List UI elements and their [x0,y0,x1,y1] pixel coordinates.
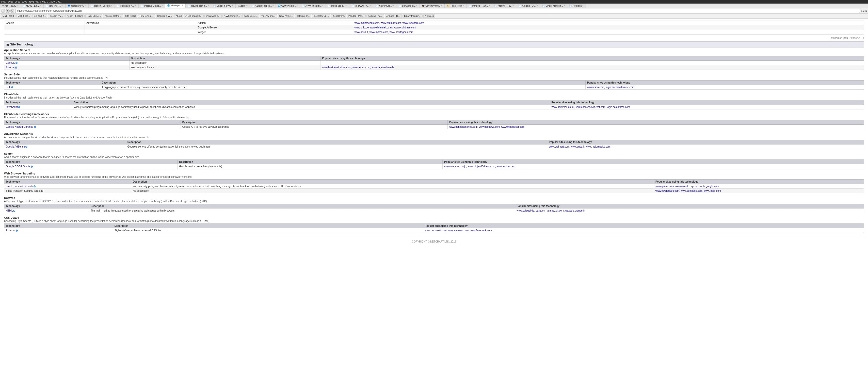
tab-mail[interactable]: ✉Mail - aa98 × [0,4,20,8]
technology-link[interactable]: Apache [6,66,14,69]
tab-arduino1[interactable]: 📄Arduino - Fa... × [492,4,517,8]
bookmark-item[interactable]: IoC-Th3-T... [32,14,48,18]
external-link-icon[interactable]: ↗ [15,66,17,68]
tab-close-icon[interactable]: × [111,5,113,7]
external-link-icon[interactable]: ↗ [16,229,18,232]
bookmark-item[interactable]: Ticket Form [331,14,346,18]
tab-netblock[interactable]: 📄Netblock × [567,4,586,8]
tab-coventry[interactable]: 🎓Coventry Uni... × [420,4,445,8]
back-button[interactable]: ‹ [1,9,5,13]
tab-checkifw[interactable]: 📄Check if a W... × [211,4,236,8]
tab-hack[interactable]: 📄Hack Like A... × [115,4,138,8]
popular-sites-link[interactable]: www.microsoft.com, www.amazon.com, www.f… [425,229,492,232]
technology-link[interactable]: HTML [6,209,13,212]
tab-howtotest[interactable]: 📄How to Test a... × [186,4,211,8]
tab-close-icon[interactable]: × [162,5,163,7]
popular-sites-link[interactable]: www.espn.com, login.microsoftonline.com [587,86,634,89]
bookmark-item[interactable]: Mail - aa98 [1,14,16,18]
tab-close-icon[interactable]: × [370,5,371,7]
bookmark-item[interactable]: About [174,14,183,18]
external-link-icon[interactable]: ↗ [31,165,33,167]
popular-sites-link[interactable]: www.atmarket.co.jp, www.ninja400riders.c… [444,165,514,168]
bookmark-item[interactable]: How to Test... [138,14,155,18]
bookmark-item[interactable]: www [web b... [205,14,222,18]
tab-binary[interactable]: 📄Binary Manglin... × [540,4,567,8]
bookmark-item[interactable]: MD03-Eth... [16,14,31,18]
tab-about[interactable]: ℹAbout × [236,4,249,8]
technology-link[interactable]: JavaScript [6,105,18,109]
external-link-icon[interactable]: ↗ [18,106,20,108]
bookmark-item[interactable]: Netblock [423,14,435,18]
tab-close-icon[interactable]: × [17,5,18,7]
bookmark-item[interactable]: Check if a W... [156,14,174,18]
tab-close-icon[interactable]: × [297,5,298,7]
bookmark-item[interactable]: Site report [124,14,137,18]
tab-sitereport[interactable]: 🌐Site report × [165,4,185,8]
tab-close-icon[interactable]: × [441,5,443,7]
tab-toeww[interactable]: 📄To eww or n... × [349,4,373,8]
popular-sites-link[interactable]: www.bankofamerica.com, www.foxnews.com, … [449,125,524,128]
tab-newpriv[interactable]: 📄New Privile... × [373,4,396,8]
technology-link[interactable]: Strict Transport Security [6,185,33,188]
tab-ticketform[interactable]: 🎫Ticket Form × [445,4,466,8]
popular-sites-link[interactable]: www.qwant.com, www.mozilla.org, accounts… [655,185,719,188]
bookmark-item[interactable]: A List of applic... [184,14,204,18]
tab-arduino2[interactable]: 📄Arduino - Di... × [516,4,540,8]
tab-close-icon[interactable]: × [85,5,87,7]
tab-close-icon[interactable]: × [537,5,538,7]
tab-close-icon[interactable]: × [208,5,209,7]
tab-close-icon[interactable]: × [346,5,347,7]
technology-link[interactable]: External [6,229,15,232]
tab-pandoc[interactable]: 📄Pandoc - Pan... × [466,4,492,8]
tab-md03[interactable]: 📄MD03 - Eth... × [20,4,44,8]
tab-close-icon[interactable]: × [246,5,247,7]
nav-buttons[interactable]: ‹ › ↻ [1,9,14,13]
technology-link[interactable]: CentOS [6,61,15,64]
technology-link[interactable]: Google COOP Onsite [6,165,30,168]
tab-close-icon[interactable]: × [182,5,183,7]
tab-ioc[interactable]: 📄IoC-Th3-T... × [44,4,65,8]
technology-link[interactable]: Google AdSense [6,145,25,148]
bookmark-item[interactable]: Recon - Lecture [65,14,85,18]
popular-sites-link[interactable]: www.majorgeeks.com, www.walmart.com, www… [354,22,424,24]
technology-link[interactable]: SSL [6,86,11,89]
external-link-icon[interactable]: ↗ [33,185,36,187]
tab-close-icon[interactable]: × [513,5,514,7]
popular-sites-link[interactable]: www.walmart.com, www.ansa.it, www.majorg… [549,145,610,148]
tab-close-icon[interactable]: × [322,5,323,7]
tab-passive[interactable]: 📄Passive Gathe... × [138,4,165,8]
popular-sites-link[interactable]: www.howtogeek.com, www.coinbase.com, www… [655,189,721,192]
refresh-button[interactable]: ↻ [10,9,14,13]
external-link-icon[interactable]: ↗ [25,146,27,148]
tab-close-icon[interactable]: × [393,5,394,7]
address-bar[interactable]: https://toolbar.netcraft.com/site_report… [15,9,860,13]
bookmark-item[interactable]: Arduino - Fa... [367,14,384,18]
bookmark-item[interactable]: Pandoc - Pan... [347,14,366,18]
popular-sites-link[interactable]: www.chip.de, www.dailymail.co.uk, www.co… [354,26,416,29]
popular-sites-link[interactable]: www.ansa.it, www.marca.com, www.howtogee… [354,31,413,33]
tab-close-icon[interactable]: × [232,5,234,7]
tab-close-icon[interactable]: × [416,5,417,7]
tab-gordon[interactable]: 👤Gordon "Fy... × [65,4,89,8]
tab-close-icon[interactable]: × [463,5,464,7]
popular-sites-link[interactable]: www.spiegel.de, paragon-na.amazon.com, w… [517,209,585,212]
tab-close-icon[interactable]: × [40,5,41,7]
tab-recon[interactable]: 📄Recon - Lecture × [89,4,115,8]
tab-close-icon[interactable]: × [135,5,136,7]
site-technology-header[interactable]: ▣ Site Technology [4,41,864,48]
bookmark-item[interactable]: Binary Manglin... [403,14,423,18]
section-toggle[interactable]: ▣ [6,43,9,46]
bookmark-item[interactable]: To eww or n... [260,14,277,18]
forward-button[interactable]: › [6,9,10,13]
technology-link[interactable]: Google Hosted Libraries [6,125,33,128]
tab-www1[interactable]: 🌐www [web b... × [276,4,300,8]
tab-close-icon[interactable]: × [563,5,565,7]
bookmark-item[interactable]: Gordon "Fy... [48,14,64,18]
bookmark-item[interactable]: Software [n... [295,14,311,18]
external-link-icon[interactable]: ↗ [11,86,13,88]
bookmark-item[interactable]: Hack Like A... [85,14,102,18]
tab-software[interactable]: 📄Software [n... × [396,4,420,8]
bookmark-item[interactable]: Arduino - Di... [385,14,402,18]
bookmark-item[interactable]: New Privile... [278,14,294,18]
bookmark-item[interactable]: Coventry Uni... [312,14,331,18]
